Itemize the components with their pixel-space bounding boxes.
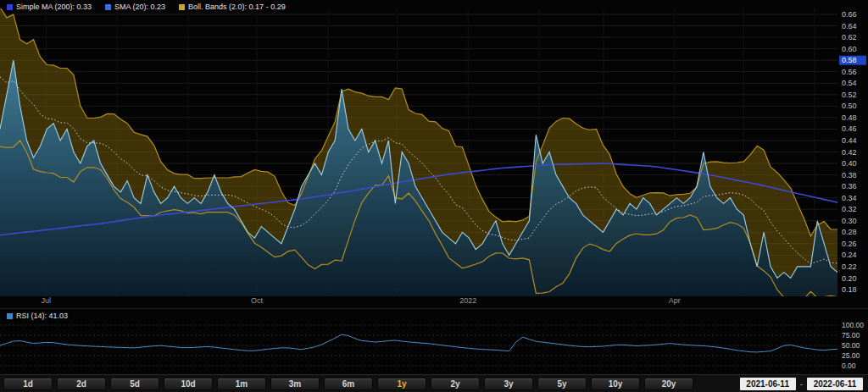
y-axis-label: 0.20 <box>842 274 857 283</box>
rsi-legend[interactable]: RSI (14): 41.03 <box>7 312 68 320</box>
y-axis-label: 0.50 <box>842 102 857 110</box>
date-range: 2021-06-11 - 2022-06-11 <box>740 378 865 390</box>
range-button-6m[interactable]: 6m <box>324 378 373 390</box>
rsi-label: RSI (14): 41.03 <box>16 312 68 320</box>
x-axis-label: Oct <box>251 296 263 305</box>
indicator-legend: Simple MA (200): 0.33 SMA (20): 0.23 Bol… <box>0 0 286 14</box>
range-button-1y[interactable]: 1y <box>377 378 426 390</box>
rsi-axis-label: 25.00 <box>842 351 860 360</box>
range-button-10d[interactable]: 10d <box>164 378 213 390</box>
range-buttons: 1d2d5d10d1m3m6m1y2y3y5y10y20y <box>3 378 693 390</box>
sma-swatch-icon <box>105 4 111 10</box>
date-from-field[interactable]: 2021-06-11 <box>740 378 796 390</box>
y-axis-label: 0.60 <box>842 45 857 53</box>
range-button-3y[interactable]: 3y <box>484 378 533 390</box>
range-button-10y[interactable]: 10y <box>591 378 640 390</box>
y-axis-label: 0.56 <box>842 68 857 76</box>
rsi-axis-label: 75.00 <box>842 331 860 340</box>
range-button-5d[interactable]: 5d <box>110 378 159 390</box>
range-button-20y[interactable]: 20y <box>644 378 693 390</box>
range-button-1d[interactable]: 1d <box>3 378 53 390</box>
rsi-axis-label: 100.00 <box>842 322 864 329</box>
x-axis-label: Apr <box>669 296 681 305</box>
y-axis-label: 0.30 <box>842 217 857 225</box>
y-axis-label: 0.48 <box>842 113 857 122</box>
range-button-5y[interactable]: 5y <box>537 378 587 390</box>
range-toolbar: 1d2d5d10d1m3m6m1y2y3y5y10y20y 2021-06-11… <box>0 374 868 392</box>
x-axis-label: 2022 <box>459 296 476 305</box>
y-axis-label: 0.22 <box>842 262 857 271</box>
y-axis-label: 0.66 <box>842 10 857 19</box>
date-range-separator: - <box>800 379 803 389</box>
y-axis-label: 0.64 <box>842 22 857 30</box>
y-axis-label: 0.58 <box>842 56 857 64</box>
bollinger-legend[interactable]: Boll. Bands (2.0): 0.17 - 0.29 <box>179 3 286 11</box>
y-axis-label: 0.38 <box>842 171 857 179</box>
sma-legend[interactable]: SMA (20): 0.23 <box>105 3 165 11</box>
y-axis-label: 0.26 <box>842 240 857 248</box>
rsi-swatch-icon <box>7 313 13 319</box>
simple-ma-legend[interactable]: Simple MA (200): 0.33 <box>7 3 92 11</box>
y-axis-label: 0.52 <box>842 91 857 99</box>
y-axis-label: 0.62 <box>842 33 857 41</box>
price-chart[interactable]: 0.660.640.620.600.580.560.540.520.500.48… <box>0 8 868 296</box>
y-axis-label: 0.28 <box>842 228 857 236</box>
sma-label: SMA (20): 0.23 <box>114 3 165 11</box>
rsi-chart[interactable]: 100.0075.0050.0025.000.00 <box>0 322 868 371</box>
date-to-field[interactable]: 2022-06-11 <box>807 378 863 390</box>
simple-ma-label: Simple MA (200): 0.33 <box>16 3 92 11</box>
range-button-1m[interactable]: 1m <box>217 378 266 390</box>
range-button-2y[interactable]: 2y <box>431 378 480 390</box>
y-axis-label: 0.54 <box>842 79 857 87</box>
bollinger-swatch-icon <box>179 4 185 10</box>
y-axis-label: 0.18 <box>842 285 857 294</box>
y-axis-label: 0.36 <box>842 182 857 190</box>
range-button-3m[interactable]: 3m <box>270 378 320 390</box>
panel-divider <box>0 308 868 309</box>
x-axis-label: Jul <box>41 296 51 305</box>
rsi-axis-label: 50.00 <box>842 341 860 350</box>
y-axis-label: 0.46 <box>842 124 857 133</box>
rsi-axis-label: 0.00 <box>842 362 856 370</box>
simple-ma-swatch-icon <box>7 4 13 10</box>
y-axis-label: 0.34 <box>842 194 857 202</box>
rsi-legend-bar: RSI (14): 41.03 <box>0 310 68 322</box>
rsi-line <box>0 334 837 352</box>
y-axis-label: 0.44 <box>842 136 857 145</box>
x-axis: JulOct2022Apr <box>0 296 837 306</box>
y-axis-label: 0.32 <box>842 205 857 213</box>
y-axis-label: 0.40 <box>842 159 857 168</box>
range-button-2d[interactable]: 2d <box>57 378 106 390</box>
bollinger-label: Boll. Bands (2.0): 0.17 - 0.29 <box>188 3 286 11</box>
y-axis-label: 0.42 <box>842 148 857 157</box>
y-axis-label: 0.24 <box>842 251 857 259</box>
